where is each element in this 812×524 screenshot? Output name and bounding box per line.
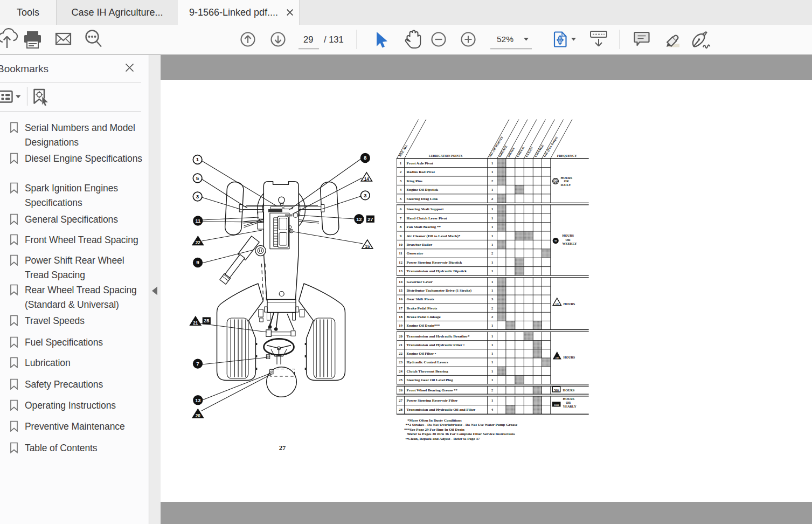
svg-text:14: 14 — [399, 280, 403, 284]
svg-text:240: 240 — [556, 356, 559, 359]
svg-text:HOURS: HOURS — [564, 302, 575, 306]
svg-text:Steering Shaft Support: Steering Shaft Support — [407, 207, 445, 211]
svg-text:DRAIN: DRAIN — [507, 147, 516, 157]
svg-text:26: 26 — [399, 388, 403, 392]
svg-text:REF. NO.: REF. NO. — [398, 144, 408, 157]
svg-text:*More Often In Dusty Condition: *More Often In Dusty Conditions — [407, 418, 462, 423]
svg-text:1: 1 — [491, 351, 494, 356]
svg-text:Transmission and Hydraulic Dip: Transmission and Hydraulic Dipstick — [407, 269, 467, 273]
svg-text:Distributor Tachometer Drive (: Distributor Tachometer Drive (1 Stroke) — [407, 288, 472, 293]
svg-text:9: 9 — [400, 234, 402, 238]
svg-text:Power Steering Reservoir Dipst: Power Steering Reservoir Dipstick — [407, 260, 462, 265]
svg-text:HOURS: HOURS — [564, 356, 575, 359]
svg-text:OR: OR — [564, 180, 570, 183]
svg-text:15: 15 — [365, 244, 370, 249]
svg-text:9: 9 — [196, 259, 199, 265]
svg-text:24: 24 — [399, 369, 403, 374]
svg-text:••Clean, Repack and Adjust - R: ••Clean, Repack and Adjust - Refer to Pa… — [406, 437, 480, 441]
svg-text:15: 15 — [399, 288, 403, 293]
svg-text:22: 22 — [399, 351, 403, 356]
svg-text:1: 1 — [491, 334, 494, 339]
svg-text:16: 16 — [399, 297, 403, 301]
svg-text:Steering Drag Link: Steering Drag Link — [407, 197, 438, 201]
svg-text:Gear Shift Pivots: Gear Shift Pivots — [407, 297, 434, 301]
svg-text:OIL (Few Drops): OIL (Few Drops) — [543, 136, 558, 158]
svg-text:2: 2 — [400, 170, 402, 174]
svg-text:11: 11 — [399, 251, 402, 256]
svg-text:20: 20 — [399, 334, 403, 339]
svg-text:120: 120 — [556, 302, 559, 305]
svg-text:5: 5 — [196, 175, 199, 181]
svg-text:13: 13 — [195, 398, 200, 403]
svg-text:Transmission and Hydraulic Bre: Transmission and Hydraulic Breather* — [407, 334, 470, 339]
svg-text:Engine Oil Dipstick: Engine Oil Dipstick — [407, 188, 439, 192]
svg-text:Clutch Throwout Bearing: Clutch Throwout Bearing — [407, 369, 449, 374]
svg-text:•Refer to Pages 30 thru 36 For: •Refer to Pages 30 thru 36 For Complete … — [407, 432, 515, 436]
svg-text:52%: 52% — [497, 35, 513, 44]
svg-text:22: 22 — [196, 240, 201, 245]
svg-text:10: 10 — [399, 243, 403, 247]
svg-text:21: 21 — [193, 321, 198, 326]
svg-text:3: 3 — [491, 297, 494, 301]
svg-text:10: 10 — [554, 181, 557, 183]
svg-text:Transmission and Hydraulic Oil: Transmission and Hydraulic Oil and Filte… — [407, 408, 476, 412]
svg-text:5: 5 — [400, 197, 402, 201]
svg-text:14: 14 — [364, 177, 370, 182]
svg-text:Hydraulic Control Levers: Hydraulic Control Levers — [407, 360, 449, 364]
svg-text:Generator: Generator — [407, 251, 424, 256]
svg-text:13: 13 — [399, 269, 403, 273]
svg-text:8: 8 — [400, 225, 402, 229]
svg-text:HOURS: HOURS — [561, 176, 573, 180]
svg-text:23: 23 — [399, 360, 403, 364]
svg-text:1: 1 — [491, 161, 494, 166]
svg-text:4: 4 — [400, 188, 402, 192]
svg-text:1: 1 — [491, 378, 494, 382]
svg-text:Front Axle Pivot: Front Axle Pivot — [407, 161, 434, 166]
svg-text:1000: 1000 — [554, 404, 559, 406]
svg-text:2: 2 — [491, 306, 494, 311]
svg-text:1: 1 — [491, 234, 494, 238]
svg-text:18: 18 — [399, 315, 403, 319]
svg-text:27: 27 — [279, 444, 286, 452]
svg-text:60: 60 — [554, 239, 557, 242]
svg-text:1: 1 — [196, 156, 199, 162]
svg-text:1: 1 — [491, 398, 494, 403]
svg-text:11: 11 — [195, 218, 200, 224]
svg-text:1: 1 — [491, 225, 494, 229]
svg-text:3: 3 — [400, 179, 402, 183]
svg-text:1: 1 — [491, 216, 494, 220]
svg-text:12: 12 — [399, 260, 403, 265]
svg-text:1: 1 — [491, 207, 494, 211]
svg-text:1: 1 — [491, 369, 494, 374]
svg-text:CLEAN: CLEAN — [525, 146, 534, 158]
svg-text:Hand Clutch Lever Pivot: Hand Clutch Lever Pivot — [407, 216, 448, 220]
svg-text:7: 7 — [196, 361, 199, 367]
svg-text:3: 3 — [364, 192, 367, 198]
svg-text:Radius Rod Pivot: Radius Rod Pivot — [407, 170, 435, 174]
svg-text:Engine Oil Filter •: Engine Oil Filter • — [407, 351, 436, 356]
svg-text:HOURS: HOURS — [563, 389, 575, 392]
svg-text:1: 1 — [491, 343, 494, 347]
svg-text:2: 2 — [491, 197, 494, 201]
svg-text:***See Page 29 For Run-In Oil: ***See Page 29 For Run-In Oil Drain — [404, 428, 464, 432]
svg-text:Drawbar Roller: Drawbar Roller — [407, 243, 433, 247]
svg-text:Air Cleaner (Fill to Level Mar: Air Cleaner (Fill to Level Mark)* — [407, 234, 461, 238]
svg-text:Power Steering Reservoir Filte: Power Steering Reservoir Filter — [407, 398, 458, 403]
svg-text:Engine Oil Drain***: Engine Oil Drain*** — [407, 323, 440, 328]
svg-text:1: 1 — [491, 288, 494, 293]
svg-text:Steering Gear Oil Level Plug: Steering Gear Oil Level Plug — [407, 378, 454, 382]
svg-text:28: 28 — [204, 318, 209, 323]
svg-text:1: 1 — [491, 280, 494, 284]
svg-text:2: 2 — [491, 388, 494, 392]
svg-text:1: 1 — [491, 243, 494, 247]
svg-text:1: 1 — [491, 360, 494, 364]
svg-text:HOURS: HOURS — [563, 397, 575, 401]
svg-text:YEARLY: YEARLY — [563, 405, 577, 408]
svg-text:2: 2 — [491, 179, 494, 183]
svg-text:/ 131: / 131 — [324, 35, 344, 44]
svg-text:500: 500 — [554, 389, 559, 392]
svg-text:29: 29 — [303, 35, 313, 44]
svg-text:Transmission and Hydraulic Fil: Transmission and Hydraulic Filter • — [407, 343, 465, 347]
svg-text:Governor Lever: Governor Lever — [407, 280, 433, 284]
svg-text:FREQUENCY: FREQUENCY — [557, 154, 578, 157]
